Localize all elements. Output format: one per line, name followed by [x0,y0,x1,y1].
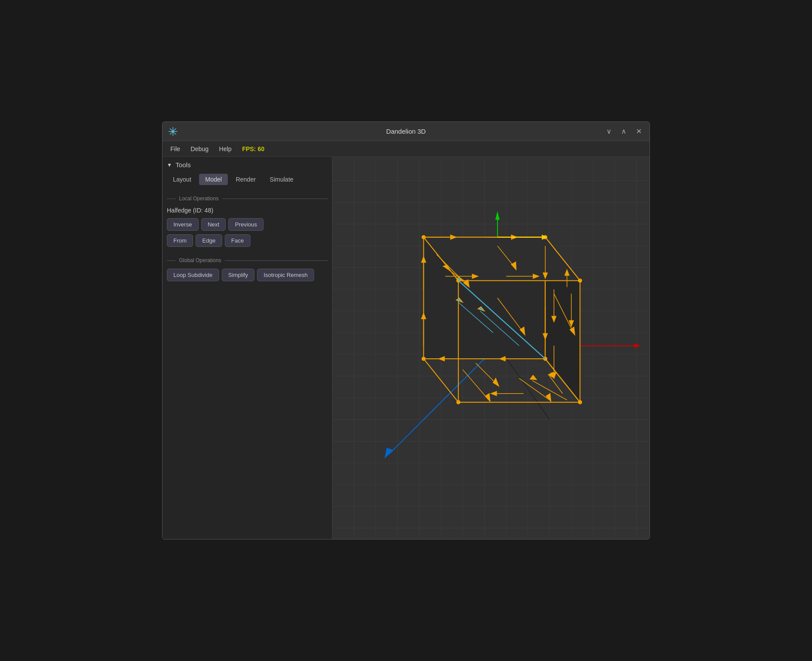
halfedge-label: Halfedge (ID: 48) [167,207,328,214]
edge-button[interactable]: Edge [196,234,222,247]
tab-render[interactable]: Render [230,174,262,185]
svg-point-94 [422,236,425,239]
viewport[interactable] [332,157,650,539]
previous-button[interactable]: Previous [228,218,264,231]
tab-simulate[interactable]: Simulate [264,174,299,185]
halfedge-btn-row-1: Inverse Next Previous [167,218,328,231]
svg-line-8 [170,132,172,135]
tab-layout[interactable]: Layout [167,174,197,185]
title-bar-left [168,126,178,137]
menu-debug[interactable]: Debug [186,144,213,154]
svg-point-0 [172,130,174,133]
tools-panel: ▼ Tools Layout Model Render Simulate Loc… [162,157,332,539]
global-ops-divider: Global Operations [167,257,328,263]
isotropic-remesh-button[interactable]: Isotropic Remesh [257,269,314,281]
fps-display: FPS: 60 [238,144,269,154]
from-button[interactable]: From [167,234,193,247]
local-ops-label: Local Operations [179,196,219,202]
maximize-button[interactable]: ∧ [619,126,629,136]
loop-subdivide-button[interactable]: Loop Subdivide [167,269,219,281]
menu-file[interactable]: File [166,144,185,154]
tools-triangle-icon: ▼ [167,162,172,168]
inverse-button[interactable]: Inverse [167,218,199,231]
global-btn-row: Loop Subdivide Simplify Isotropic Remesh [167,269,328,281]
title-bar: Dandelion 3D ∨ ∧ ✕ [162,122,650,141]
minimize-button[interactable]: ∨ [604,126,614,136]
halfedge-btn-row-2: From Edge Face [167,234,328,247]
svg-line-5 [170,128,172,131]
svg-point-96 [578,279,582,282]
tools-header: ▼ Tools [167,161,328,169]
close-button[interactable]: ✕ [633,126,644,136]
next-button[interactable]: Next [201,218,226,231]
menu-help[interactable]: Help [215,144,236,154]
window-title: Dandelion 3D [386,128,426,135]
tools-label: Tools [176,161,191,169]
simplify-button[interactable]: Simplify [222,269,255,281]
global-ops-label: Global Operations [179,257,221,263]
title-bar-controls: ∨ ∧ ✕ [604,126,644,136]
viewport-canvas [332,157,650,539]
app-icon [168,126,178,137]
local-ops-divider: Local Operations [167,196,328,202]
face-button[interactable]: Face [225,234,250,247]
menu-bar: File Debug Help FPS: 60 [162,141,650,157]
tab-model[interactable]: Model [199,174,228,185]
svg-line-7 [174,128,176,131]
tools-tab-bar: Layout Model Render Simulate [167,174,328,185]
svg-line-6 [174,132,176,135]
main-area: ▼ Tools Layout Model Render Simulate Loc… [162,157,650,539]
app-window: Dandelion 3D ∨ ∧ ✕ File Debug Help FPS: … [162,121,650,540]
